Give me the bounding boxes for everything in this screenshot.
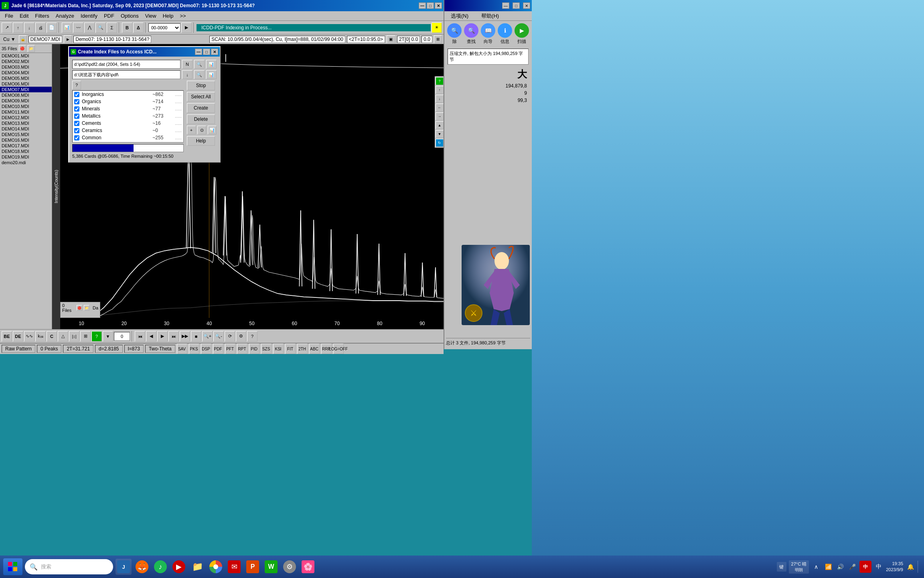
notifications-icon[interactable]: 🔔 [906,562,915,572]
file-item-demo04[interactable]: DEMO04.MDI [0,70,52,75]
path-search-1[interactable]: 🔍 [194,60,205,69]
file-icon1[interactable]: 🔴 [19,45,26,52]
tb-b-btn[interactable]: B [122,22,132,33]
dialog-chart-btn[interactable]: 📊 [208,126,217,134]
taskbar-folder-icon[interactable]: 📁 [189,559,205,575]
bs-dsp[interactable]: DSP [201,344,211,354]
bs-rpt[interactable]: RPT [237,344,247,354]
create-button[interactable]: Create [187,103,215,113]
show-desktop-icon[interactable] [918,561,921,573]
file-item-demo10[interactable]: DEMO10.MDI [0,104,52,109]
file-item-demo01[interactable]: DEMO01.MDI [0,53,52,59]
file-item-demo12[interactable]: DEMO12.MDI [0,115,52,120]
bt-play[interactable]: ▶▶ [180,331,190,342]
cb-metallics[interactable] [74,114,79,119]
cb-common[interactable] [74,135,79,140]
file-item-demo18[interactable]: DEMO18.MDI [0,149,52,154]
chart-tb-left[interactable]: ← [436,104,444,112]
minimize-button[interactable]: — [419,2,426,9]
file-item-demo03[interactable]: DEMO03.MDI [0,64,52,70]
file-item-demo08[interactable]: DEMO08.MDI [0,92,52,98]
bt-prev[interactable]: ◀ [146,331,156,342]
cb-cements[interactable] [74,121,79,126]
tb-up-btn[interactable]: ↑ [13,22,23,33]
bt-de[interactable]: DE [13,331,23,342]
path-input-1[interactable] [72,60,180,69]
menu-filters[interactable]: Filters [32,12,52,20]
bt-prev-prev[interactable]: ⏮ [135,331,145,342]
cb-minerals[interactable] [74,106,79,112]
path-browse-1[interactable]: N [182,60,192,69]
menu-more[interactable]: >> [176,12,189,20]
file-item-demo17[interactable]: DEMO17.MDI [0,143,52,149]
status-btn2[interactable]: ▣ [387,35,395,43]
chart-tb-help[interactable]: ? [436,77,444,85]
bs-abc[interactable]: ABC [309,344,320,354]
chart-tb-down[interactable]: ▼ [436,130,444,138]
chart-tb-up[interactable]: ▲ [436,121,444,129]
pdf-dropdown[interactable]: 00-0000 [148,23,180,32]
file-icon2[interactable]: 📁 [28,45,35,52]
bs-pft[interactable]: PFT [225,344,235,354]
tb-wave-btn[interactable]: 〰 [73,22,83,33]
network-icon[interactable]: 📶 [823,562,833,572]
bt-next[interactable]: ▶ [157,331,168,342]
status-lock-btn[interactable]: 🔒 [19,35,27,43]
right-icon-search[interactable]: 🔍 查找 [464,23,478,45]
taskbar-ppt-icon[interactable]: P [245,559,261,575]
taskbar-we-icon[interactable]: W [263,559,279,575]
file-item-demo09[interactable]: DEMO09.MDI [0,98,52,104]
cb-ceramics[interactable] [74,128,79,133]
status-btn1[interactable]: ▶ [64,35,72,43]
right-menu-help[interactable]: 帮助(H) [478,12,502,20]
delete-button[interactable]: Delete [187,114,215,124]
menu-view[interactable]: View [142,12,160,20]
taskbar-photos-icon[interactable]: 🌸 [300,559,316,575]
tb-sun-btn[interactable]: ☀ [432,22,442,33]
element-dropdown-cu[interactable]: Cu ▼ [2,36,17,43]
stop-button[interactable]: Stop [187,81,215,90]
status-expand-btn[interactable]: ⊠ [434,35,442,43]
menu-pdf[interactable]: PDF [101,12,118,20]
right-icon-guide[interactable]: 📖 向导 [481,23,495,45]
expand-icon[interactable]: ∧ [811,562,821,572]
maximize-button[interactable]: □ [427,2,434,9]
bt-next-next[interactable]: ⏭ [168,331,179,342]
bs-sav[interactable]: SAV [177,344,187,354]
tb-down-btn[interactable]: ↓ [24,22,34,33]
right-menu-options[interactable]: 选项(N) [448,12,472,20]
file-item-demo02[interactable]: DEMO02.MDI [0,59,52,64]
taskbar-browser-icon[interactable]: 🦊 [134,559,150,575]
menu-analyze[interactable]: Analyze [53,12,77,20]
bt-rotate[interactable]: ⟳ [225,331,235,342]
bs-fit[interactable]: FIT [285,344,296,354]
bs-pdf[interactable]: PDF [213,344,223,354]
file-item-demo11[interactable]: DEMO11.MDI [0,109,52,115]
file-item-demo06[interactable]: DEMO06.MDI [0,81,52,87]
dialog-maximize-btn[interactable]: □ [203,49,210,55]
create-index-dialog[interactable]: G Create Index Files to Access ICD... — … [68,46,221,163]
chart-tb-zoom-down[interactable]: ↓ [436,95,444,103]
right-icon-info[interactable]: ℹ 信息 [498,23,512,45]
keyboard-icon[interactable]: 键 [777,562,786,572]
tb-calc-btn[interactable]: Σ [107,22,117,33]
file-item-demo07[interactable]: DEMO07.MDI [0,87,52,92]
bt-settings[interactable]: ⚙ [236,331,246,342]
bt-grid[interactable]: ⊞ [80,331,91,342]
bt-help2[interactable]: ? [247,331,257,342]
path-info-2[interactable]: 📊 [206,70,217,79]
chart-tb-right[interactable]: → [436,112,444,120]
menu-edit[interactable]: Edit [16,12,32,20]
path-search-2[interactable]: 🔍 [194,70,205,79]
cb-organics[interactable] [74,99,79,104]
cb-inorganics[interactable] [74,92,79,97]
dialog-info-btn[interactable]: ? [72,81,81,90]
file-item-demo13[interactable]: DEMO13.MDI [0,120,52,126]
path-info-1[interactable]: 📊 [206,60,217,69]
file-item-demo19[interactable]: DEMO19.MDI [0,154,52,160]
mic-icon[interactable]: 🎤 [847,562,857,572]
bt-tri[interactable]: △ [58,331,68,342]
taskbar-chrome-icon[interactable] [208,559,224,575]
tb-arrow-btn[interactable]: ↗ [2,22,12,33]
bt-zoom-out[interactable]: 🔍- [213,331,224,342]
